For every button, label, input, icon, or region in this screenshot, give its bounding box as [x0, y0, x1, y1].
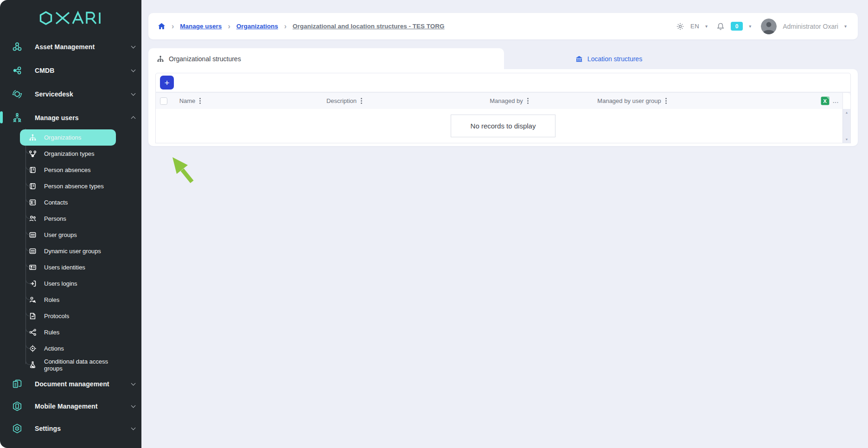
sidebar-item-label: Settings: [35, 425, 61, 432]
sidebar-item-persons[interactable]: Persons: [20, 211, 116, 227]
notification-count-badge[interactable]: 0: [731, 22, 743, 31]
header-corner: [842, 93, 850, 109]
column-menu-icon[interactable]: [665, 98, 667, 104]
target-icon: [29, 345, 37, 352]
header-cell-description: Description: [209, 93, 480, 109]
manage-users-submenu: Organizations Organization types Person …: [0, 129, 141, 373]
role-icon: [29, 296, 37, 304]
column-menu-icon[interactable]: [527, 98, 529, 104]
sidebar-item-contacts[interactable]: Contacts: [20, 194, 116, 211]
sidebar-item-label: Users identities: [44, 264, 85, 271]
sidebar-item-label: Mobile Management: [35, 403, 98, 410]
tab-strip: Organizational structures Location struc…: [148, 48, 858, 69]
sidebar-item-label: Person absences: [44, 166, 90, 173]
content-area: › Manage users › Organizations › Organiz…: [141, 0, 868, 448]
sidebar-item-person-absences[interactable]: Person absences: [20, 162, 116, 178]
sidebar-item-label: Asset Management: [35, 43, 95, 51]
sidebar-item-protocols[interactable]: Protocols: [20, 308, 116, 324]
sidebar-item-label: Person absence types: [44, 183, 104, 190]
sidebar-item-asset-management[interactable]: Asset Management: [0, 35, 141, 58]
sidebar-item-label: Dynamic user groups: [44, 248, 101, 255]
header-cell-name: Name: [172, 93, 209, 109]
sidebar-item-label: Contacts: [44, 199, 68, 206]
document-management-icon: [12, 378, 23, 390]
chevron-down-icon[interactable]: ▾: [749, 24, 751, 29]
more-options-icon[interactable]: ...: [833, 98, 839, 104]
empty-grid-message: No records to display: [451, 115, 556, 137]
breadcrumb-separator-icon: ›: [228, 23, 230, 30]
sidebar-item-mobile-management[interactable]: Mobile Management: [0, 395, 141, 417]
sidebar-item-organization-types[interactable]: Organization types: [20, 146, 116, 162]
sidebar-item-users-identities[interactable]: Users identities: [20, 259, 116, 275]
oxari-logo: [0, 0, 141, 35]
sidebar-item-person-absence-types[interactable]: Person absence types: [20, 178, 116, 194]
header-cell-select: [156, 93, 172, 109]
sidebar: Asset Management CMDB Servicedesk Manage…: [0, 0, 141, 448]
sidebar-item-document-management[interactable]: Document management: [0, 373, 141, 395]
excel-export-icon[interactable]: [820, 96, 830, 106]
chevron-down-icon[interactable]: ▾: [705, 24, 708, 29]
settings-gear-icon[interactable]: [676, 22, 684, 31]
sidebar-item-actions[interactable]: Actions: [20, 340, 116, 357]
sidebar-item-manage-users[interactable]: Manage users: [6, 106, 141, 129]
header-cell-managed-by: Managed by: [480, 93, 538, 109]
sidebar-item-label: Users logins: [44, 280, 77, 287]
sidebar-item-servicedesk[interactable]: Servicedesk: [0, 82, 141, 106]
sidebar-item-label: User groups: [44, 231, 77, 238]
chevron-down-icon: [131, 67, 136, 72]
scroll-up-icon[interactable]: ▲: [845, 111, 849, 114]
tab-organizational-structures[interactable]: Organizational structures: [148, 48, 504, 69]
sidebar-item-label: Organizations: [44, 134, 81, 141]
header-cell-spacer: [726, 93, 817, 109]
vertical-scrollbar[interactable]: ▲ ▼: [842, 109, 850, 143]
book-icon: [29, 182, 37, 190]
sidebar-item-dynamic-user-groups[interactable]: Dynamic user groups: [20, 243, 116, 259]
breadcrumb-link-manage-users[interactable]: Manage users: [180, 23, 222, 30]
header-cell-export: ...: [817, 93, 842, 109]
add-record-button[interactable]: +: [160, 76, 174, 90]
login-icon: [29, 280, 37, 288]
building-icon: [575, 55, 583, 63]
sidebar-item-label: Actions: [44, 345, 64, 352]
chevron-down-icon: [131, 91, 136, 96]
column-label: Managed by: [490, 97, 523, 104]
sidebar-item-conditional-data-access-groups[interactable]: Conditional data access groups: [20, 357, 116, 373]
column-menu-icon[interactable]: [361, 98, 362, 104]
grid-toolbar: +: [155, 73, 851, 92]
home-icon[interactable]: [158, 22, 166, 30]
language-selector[interactable]: EN: [690, 23, 699, 30]
chevron-down-icon: [131, 426, 136, 430]
breadcrumb-separator-icon: ›: [172, 23, 174, 30]
breadcrumb-separator-icon: ›: [284, 23, 287, 30]
asset-management-icon: [12, 41, 23, 52]
column-label: Name: [179, 97, 196, 104]
scroll-down-icon[interactable]: ▼: [845, 138, 849, 141]
sidebar-item-label: Document management: [35, 380, 109, 388]
tab-location-structures[interactable]: Location structures: [504, 48, 714, 69]
sidebar-item-cmdb[interactable]: CMDB: [0, 58, 141, 82]
sidebar-item-label: Conditional data access groups: [44, 358, 116, 372]
sidebar-item-settings[interactable]: Settings: [0, 417, 141, 440]
notifications-bell-icon[interactable]: [716, 22, 725, 31]
select-all-checkbox[interactable]: [160, 97, 167, 105]
sidebar-item-user-groups[interactable]: User groups: [20, 227, 116, 243]
sitemap-icon: [29, 134, 37, 141]
sidebar-item-label: Rules: [44, 329, 59, 336]
sidebar-item-roles[interactable]: Roles: [20, 292, 116, 308]
column-label: Description: [326, 97, 357, 104]
user-avatar[interactable]: [761, 19, 777, 34]
breadcrumb-link-organizations[interactable]: Organizations: [236, 23, 278, 30]
cmdb-icon: [12, 65, 23, 76]
sidebar-item-rules[interactable]: Rules: [20, 324, 116, 340]
sidebar-item-users-logins[interactable]: Users logins: [20, 275, 116, 292]
user-menu[interactable]: Administrator Oxari: [783, 23, 838, 30]
sidebar-item-organizations[interactable]: Organizations: [20, 129, 116, 146]
sidebar-item-label: Persons: [44, 215, 66, 222]
topbar-controls: EN ▾ 0 ▾ Administrator Oxari ▾: [676, 19, 847, 34]
column-menu-icon[interactable]: [199, 98, 201, 104]
chevron-down-icon[interactable]: ▾: [844, 24, 847, 29]
user-group-icon: [29, 231, 37, 239]
user-group-icon: [29, 247, 37, 255]
tab-label: Organizational structures: [169, 55, 241, 63]
breadcrumb-current-page[interactable]: Organizational and location structures -…: [293, 23, 445, 30]
